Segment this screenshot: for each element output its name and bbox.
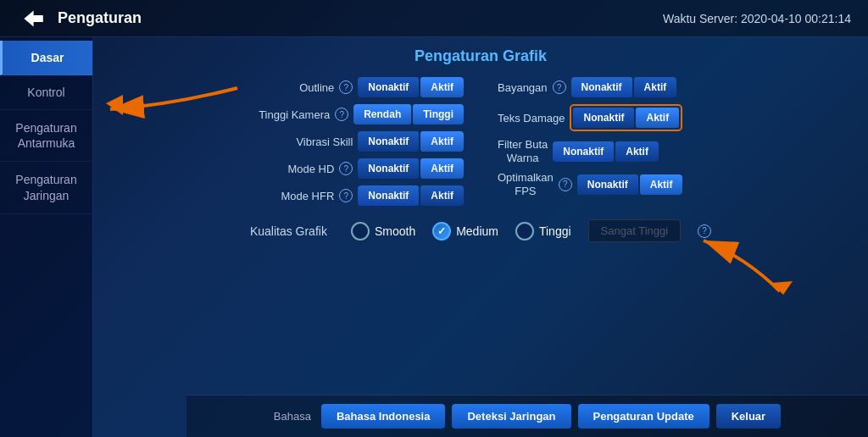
content-area: Pengaturan Grafik Outline ? Nonaktif Akt… — [93, 37, 868, 437]
mode-hfr-aktif-btn[interactable]: Aktif — [420, 185, 464, 206]
content-title: Pengaturan Grafik — [119, 47, 843, 65]
outline-toggle: Nonaktif Aktif — [358, 77, 464, 97]
mode-hd-label: Mode HD — [287, 163, 334, 175]
bayangan-help-icon[interactable]: ? — [553, 80, 566, 94]
sangat-tinggi-help-icon[interactable]: ? — [698, 224, 711, 238]
quality-option-tinggi[interactable]: Tinggi — [515, 222, 571, 241]
optimalkan-fps-nonaktif-btn[interactable]: Nonaktif — [577, 174, 638, 195]
tinggi-kamera-label: Tinggi Kamera — [259, 108, 330, 121]
mode-hd-nonaktif-btn[interactable]: Nonaktif — [358, 158, 419, 179]
setting-row-optimalkan-fps: OptimalkanFPS ? Nonaktif Aktif — [498, 171, 843, 197]
bayangan-toggle: Nonaktif Aktif — [571, 77, 677, 97]
setting-row-outline: Outline ? Nonaktif Aktif — [119, 77, 464, 97]
optimalkan-fps-toggle: Nonaktif Aktif — [577, 174, 683, 195]
quality-option-medium[interactable]: Medium — [432, 222, 498, 241]
settings-left-column: Outline ? Nonaktif Aktif Tinggi Kamera ?… — [119, 77, 464, 206]
main-layout: Dasar Kontrol Pengaturan Antarmuka Penga… — [0, 37, 868, 437]
outline-nonaktif-btn[interactable]: Nonaktif — [358, 77, 419, 97]
sangat-tinggi-label: Sangat Tinggi — [588, 219, 682, 242]
back-button[interactable] — [17, 3, 47, 34]
smooth-radio[interactable] — [351, 222, 370, 241]
vibrasi-skill-label: Vibrasi Skill — [296, 136, 353, 148]
setting-row-mode-hfr: Mode HFR ? Nonaktif Aktif — [119, 185, 464, 206]
quality-label: Kualitas Grafik — [250, 224, 327, 238]
sidebar-item-pengaturan-jaringan[interactable]: Pengaturan Jaringan — [0, 162, 92, 213]
smooth-label: Smooth — [375, 224, 415, 238]
sidebar-item-pengaturan-antarmuka[interactable]: Pengaturan Antarmuka — [0, 110, 92, 162]
setting-row-vibrasi-skill: Vibrasi Skill Nonaktif Aktif — [119, 131, 464, 152]
setting-row-bayangan: Bayangan ? Nonaktif Aktif — [498, 77, 843, 97]
page-title: Pengaturan — [58, 9, 142, 27]
filter-buta-warna-nonaktif-btn[interactable]: Nonaktif — [553, 141, 614, 162]
teks-damage-nonaktif-btn[interactable]: Nonaktif — [573, 108, 634, 128]
pengaturan-update-btn[interactable]: Pengaturan Update — [578, 404, 709, 429]
sidebar: Dasar Kontrol Pengaturan Antarmuka Penga… — [0, 37, 93, 437]
teks-damage-aktif-btn[interactable]: Aktif — [636, 108, 679, 128]
bottom-bar: Bahasa Bahasa Indonesia Deteksi Jaringan… — [186, 395, 868, 437]
bayangan-nonaktif-btn[interactable]: Nonaktif — [571, 77, 632, 97]
setting-row-tinggi-kamera: Tinggi Kamera ? Rendah Tinggi — [119, 104, 464, 124]
header-left: Pengaturan — [17, 3, 142, 34]
tinggi-kamera-rendah-btn[interactable]: Rendah — [353, 104, 411, 124]
setting-row-filter-buta-warna: Filter ButaWarna Nonaktif Aktif — [498, 138, 843, 164]
svg-marker-3 — [771, 281, 793, 295]
keluar-btn[interactable]: Keluar — [716, 404, 781, 429]
filter-buta-warna-toggle: Nonaktif Aktif — [553, 141, 659, 162]
language-label: Bahasa — [274, 410, 311, 423]
teks-damage-label: Teks Damage — [498, 112, 565, 124]
outline-help-icon[interactable]: ? — [339, 80, 353, 94]
tinggi-kamera-help-icon[interactable]: ? — [335, 108, 348, 121]
sidebar-item-kontrol[interactable]: Kontrol — [0, 75, 92, 110]
teks-damage-toggle: Nonaktif Aktif — [570, 104, 682, 131]
mode-hd-toggle: Nonaktif Aktif — [358, 158, 464, 179]
deteksi-jaringan-btn[interactable]: Deteksi Jaringan — [452, 404, 570, 429]
outline-aktif-btn[interactable]: Aktif — [420, 77, 464, 97]
settings-right-column: Bayangan ? Nonaktif Aktif Teks Damage No… — [498, 77, 843, 206]
tinggi-label: Tinggi — [539, 224, 571, 238]
optimalkan-fps-help-icon[interactable]: ? — [559, 178, 572, 191]
vibrasi-skill-nonaktif-btn[interactable]: Nonaktif — [358, 131, 419, 152]
settings-grid: Outline ? Nonaktif Aktif Tinggi Kamera ?… — [119, 77, 843, 206]
header: Pengaturan Waktu Server: 2020-04-10 00:2… — [0, 0, 868, 37]
filter-buta-warna-aktif-btn[interactable]: Aktif — [615, 141, 659, 162]
mode-hfr-help-icon[interactable]: ? — [339, 189, 353, 202]
mode-hd-aktif-btn[interactable]: Aktif — [420, 158, 464, 179]
medium-radio[interactable] — [432, 222, 451, 241]
tinggi-radio[interactable] — [515, 222, 534, 241]
sidebar-item-dasar[interactable]: Dasar — [0, 41, 92, 75]
outline-label: Outline — [299, 81, 334, 94]
mode-hfr-toggle: Nonaktif Aktif — [358, 185, 464, 206]
quality-option-smooth[interactable]: Smooth — [351, 222, 415, 241]
filter-buta-warna-label: Filter ButaWarna — [498, 138, 548, 164]
mode-hfr-nonaktif-btn[interactable]: Nonaktif — [358, 185, 419, 206]
optimalkan-fps-label: OptimalkanFPS — [498, 171, 554, 197]
bahasa-indonesia-btn[interactable]: Bahasa Indonesia — [321, 404, 446, 429]
medium-label: Medium — [456, 224, 498, 238]
optimalkan-fps-aktif-btn[interactable]: Aktif — [640, 174, 683, 195]
mode-hfr-label: Mode HFR — [281, 190, 334, 202]
vibrasi-skill-aktif-btn[interactable]: Aktif — [420, 131, 464, 152]
setting-row-teks-damage: Teks Damage Nonaktif Aktif — [498, 104, 843, 131]
bayangan-aktif-btn[interactable]: Aktif — [634, 77, 677, 97]
vibrasi-skill-toggle: Nonaktif Aktif — [358, 131, 464, 152]
mode-hd-help-icon[interactable]: ? — [339, 162, 353, 175]
setting-row-mode-hd: Mode HD ? Nonaktif Aktif — [119, 158, 464, 179]
server-time: Waktu Server: 2020-04-10 00:21:14 — [663, 12, 851, 25]
bayangan-label: Bayangan — [498, 81, 548, 94]
tinggi-kamera-tinggi-btn[interactable]: Tinggi — [413, 104, 464, 124]
quality-row: Kualitas Grafik Smooth Medium Tinggi San… — [119, 219, 843, 242]
tinggi-kamera-toggle: Rendah Tinggi — [353, 104, 464, 124]
